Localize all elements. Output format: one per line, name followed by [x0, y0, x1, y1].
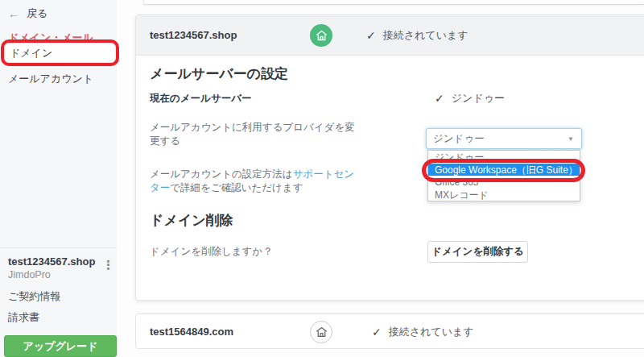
previous-card-bottom-edge	[143, 0, 644, 5]
domain-card: test1234567.shop ✓ 接続されています メールサーバーの設定 現…	[135, 15, 644, 301]
support-text-after: で詳細をご確認いただけます	[170, 182, 303, 193]
primary-home-badge[interactable]	[310, 24, 332, 47]
provider-change-label-line2: 更する	[150, 135, 180, 147]
dropdown-option-office365[interactable]: Office 365	[428, 176, 580, 189]
sidebar-item-domain[interactable]: ドメイン	[6, 44, 114, 62]
sidebar-link-invoice[interactable]: 請求書	[8, 310, 39, 325]
provider-dropdown-list: ジンドゥー Google Workspace（旧G Suite） Office …	[427, 150, 580, 201]
check-icon: ✓	[372, 326, 382, 338]
current-mail-server-name: ジンドゥー	[452, 91, 505, 106]
check-icon: ✓	[366, 29, 376, 42]
domain-card-header: test1234567.shop ✓ 接続されています	[136, 15, 644, 56]
account-plan: JimdoPro	[8, 269, 51, 280]
sidebar-item-mail-account[interactable]: メールアカウント	[8, 72, 93, 86]
dropdown-option-jimdo[interactable]: ジンドゥー	[428, 151, 580, 164]
delete-question-label: ドメインを削除しますか？	[150, 245, 273, 259]
app-window: ← 戻る ドメイン・メール ドメイン メールアカウント test1234567.…	[0, 0, 644, 357]
home-icon	[316, 30, 328, 41]
connection-status: ✓ 接続されています	[372, 314, 474, 350]
dropdown-option-mx-record[interactable]: MXレコード	[428, 189, 580, 201]
provider-change-label-line1: メールアカウントに利用するプロバイダを変	[150, 122, 355, 133]
support-center-link[interactable]: サポートセン	[293, 168, 354, 180]
connection-status-label: 接続されています	[383, 28, 469, 43]
domain-delete-title: ドメイン削除	[150, 211, 233, 230]
connection-status-label: 接続されています	[389, 325, 474, 339]
chevron-down-icon: ▼	[568, 129, 574, 149]
provider-change-label: メールアカウントに利用するプロバイダを変 更する	[150, 121, 355, 148]
domain-name: test1234567.shop	[150, 15, 237, 56]
domain-name: test1564849.com	[150, 314, 233, 350]
provider-select-value: ジンドゥー	[433, 133, 485, 144]
sidebar-link-contract-info[interactable]: ご契約情報	[8, 289, 60, 304]
provider-select[interactable]: ジンドゥー ▼	[426, 128, 582, 149]
delete-domain-button[interactable]: ドメインを削除する	[427, 241, 528, 263]
account-domain: test1234567.shop	[8, 255, 95, 268]
mail-settings-title: メールサーバーの設定	[150, 64, 288, 83]
other-domain-card: test1564849.com ✓ 接続されています	[135, 313, 644, 349]
sidebar: ← 戻る ドメイン・メール ドメイン メールアカウント test1234567.…	[0, 0, 117, 357]
support-center-link[interactable]: ター	[150, 182, 170, 193]
home-icon	[316, 326, 328, 338]
check-icon: ✓	[435, 92, 444, 105]
dropdown-option-google-workspace[interactable]: Google Workspace（旧G Suite）	[428, 164, 580, 176]
back-label: 戻る	[27, 6, 47, 21]
sidebar-section-title: ドメイン・メール	[8, 31, 93, 45]
current-mail-server-value: ✓ ジンドゥー	[435, 91, 505, 106]
kebab-menu-icon[interactable]: ⋮	[97, 256, 119, 274]
support-help-text: メールアカウントの設定方法はサポートセン ターで詳細をご確認いただけます	[150, 168, 354, 195]
connection-status: ✓ 接続されています	[366, 15, 469, 56]
current-mail-server-label: 現在のメールサーバー	[150, 92, 251, 106]
upgrade-button[interactable]: アップグレード	[4, 335, 117, 357]
back-arrow-icon: ←	[8, 7, 19, 20]
support-text-before: メールアカウントの設定方法は	[150, 168, 293, 180]
sidebar-divider	[0, 247, 117, 248]
home-badge-outline[interactable]	[310, 321, 332, 343]
back-button[interactable]: ← 戻る	[8, 6, 47, 21]
